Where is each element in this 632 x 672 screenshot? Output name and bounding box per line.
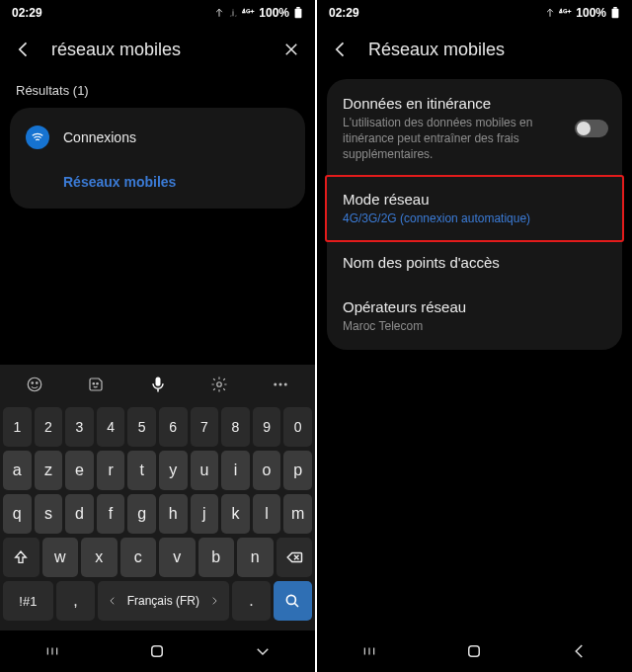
key-row-numbers: 1234567890: [3, 407, 312, 447]
key-8[interactable]: 8: [221, 407, 250, 447]
mic-icon[interactable]: [126, 375, 188, 394]
svg-rect-14: [612, 9, 619, 18]
row-title: Mode réseau: [343, 191, 606, 208]
emoji-icon[interactable]: [4, 376, 65, 393]
status-bar: 02:29 ⁴ᴳ⁺ 100%: [0, 0, 315, 26]
row-title: Opérateurs réseau: [343, 298, 606, 315]
row-network-mode[interactable]: Mode réseau 4G/3G/2G (connexion automati…: [325, 175, 624, 242]
key-0[interactable]: 0: [283, 407, 312, 447]
svg-rect-7: [155, 378, 160, 386]
svg-rect-1: [296, 7, 299, 9]
back-button[interactable]: [569, 640, 591, 662]
svg-point-10: [278, 383, 281, 386]
key-9[interactable]: 9: [253, 407, 281, 447]
result-match-row[interactable]: Réseaux mobiles: [10, 161, 305, 203]
key-z[interactable]: z: [35, 451, 63, 490]
key-k[interactable]: k: [221, 494, 250, 534]
status-battery: 100%: [259, 6, 289, 20]
recents-button[interactable]: [41, 640, 63, 662]
key-x[interactable]: x: [81, 538, 118, 577]
row-title: Données en itinérance: [343, 95, 606, 112]
back-icon[interactable]: [10, 36, 38, 63]
keyboard-toolbar: [0, 365, 315, 404]
row-subtitle: 4G/3G/2G (connexion automatique): [343, 210, 606, 226]
svg-point-4: [37, 382, 39, 384]
key-v[interactable]: v: [159, 538, 196, 577]
back-icon[interactable]: [327, 36, 355, 63]
key-i[interactable]: i: [221, 451, 250, 490]
key-n[interactable]: n: [237, 538, 274, 577]
result-match: Réseaux mobiles: [63, 174, 176, 190]
status-bar: 02:29 ⁴ᴳ⁺ 100%: [317, 0, 632, 26]
comma-key[interactable]: ,: [56, 581, 95, 621]
roaming-toggle[interactable]: [575, 120, 608, 137]
key-h[interactable]: h: [159, 494, 188, 534]
status-right: ⁴ᴳ⁺ 100%: [214, 6, 303, 20]
key-7[interactable]: 7: [191, 407, 219, 447]
page-header: Réseaux mobiles: [317, 26, 632, 73]
key-4[interactable]: 4: [97, 407, 125, 447]
home-button[interactable]: [463, 640, 485, 662]
key-3[interactable]: 3: [65, 407, 94, 447]
svg-point-8: [216, 382, 221, 387]
row-apn[interactable]: Nom des points d'accès: [327, 240, 622, 285]
row-title: Nom des points d'accès: [343, 254, 606, 271]
key-5[interactable]: 5: [127, 407, 156, 447]
key-o[interactable]: o: [253, 451, 281, 490]
phone-settings-screen: 02:29 ⁴ᴳ⁺ 100% Réseaux mobiles Données e…: [317, 0, 632, 672]
key-r[interactable]: r: [97, 451, 125, 490]
key-y[interactable]: y: [159, 451, 188, 490]
keyboard: 1234567890 azertyuiop qsdfghjklm wxcvbn …: [0, 365, 315, 672]
recents-button[interactable]: [358, 640, 380, 662]
key-row-3: wxcvbn: [3, 538, 312, 577]
keyboard-hide-button[interactable]: [252, 640, 274, 662]
key-e[interactable]: e: [65, 451, 94, 490]
settings-icon[interactable]: [189, 376, 250, 393]
search-header: réseaux mobiles: [0, 26, 315, 73]
key-g[interactable]: g: [127, 494, 156, 534]
key-t[interactable]: t: [127, 451, 156, 490]
key-p[interactable]: p: [283, 451, 312, 490]
key-b[interactable]: b: [198, 538, 235, 577]
key-f[interactable]: f: [97, 494, 125, 534]
key-u[interactable]: u: [191, 451, 219, 490]
symbols-key[interactable]: !#1: [3, 581, 53, 621]
key-1[interactable]: 1: [3, 407, 32, 447]
language-key[interactable]: Français (FR): [98, 581, 229, 621]
svg-rect-13: [152, 646, 163, 657]
row-subtitle: Maroc Telecom: [343, 318, 606, 334]
svg-point-6: [97, 383, 99, 385]
key-a[interactable]: a: [3, 451, 32, 490]
key-6[interactable]: 6: [159, 407, 188, 447]
svg-rect-0: [295, 9, 302, 18]
backspace-key[interactable]: [276, 538, 313, 577]
result-category-row[interactable]: Connexions: [10, 114, 305, 161]
results-count: Résultats (1): [0, 73, 315, 104]
row-roaming[interactable]: Données en itinérance L'utilisation des …: [327, 81, 622, 177]
page-title: Réseaux mobiles: [368, 40, 622, 60]
shift-key[interactable]: [3, 538, 40, 577]
more-icon[interactable]: [250, 376, 311, 393]
search-key[interactable]: [274, 581, 312, 621]
sticker-icon[interactable]: [65, 376, 126, 393]
key-j[interactable]: j: [191, 494, 219, 534]
clear-icon[interactable]: [277, 36, 305, 63]
svg-point-9: [274, 383, 276, 386]
svg-point-11: [284, 383, 287, 386]
key-l[interactable]: l: [253, 494, 281, 534]
search-input[interactable]: réseaux mobiles: [51, 40, 264, 60]
home-button[interactable]: [146, 640, 168, 662]
key-w[interactable]: w: [42, 538, 79, 577]
key-row-1: azertyuiop: [3, 451, 312, 490]
key-c[interactable]: c: [120, 538, 157, 577]
key-d[interactable]: d: [65, 494, 94, 534]
key-m[interactable]: m: [283, 494, 312, 534]
search-result-card: Connexions Réseaux mobiles: [10, 108, 305, 209]
period-key[interactable]: .: [232, 581, 271, 621]
key-2[interactable]: 2: [35, 407, 63, 447]
status-right: ⁴ᴳ⁺ 100%: [545, 6, 620, 20]
status-time: 02:29: [329, 6, 359, 20]
key-q[interactable]: q: [3, 494, 32, 534]
row-operators[interactable]: Opérateurs réseau Maroc Telecom: [327, 285, 622, 348]
key-s[interactable]: s: [35, 494, 63, 534]
